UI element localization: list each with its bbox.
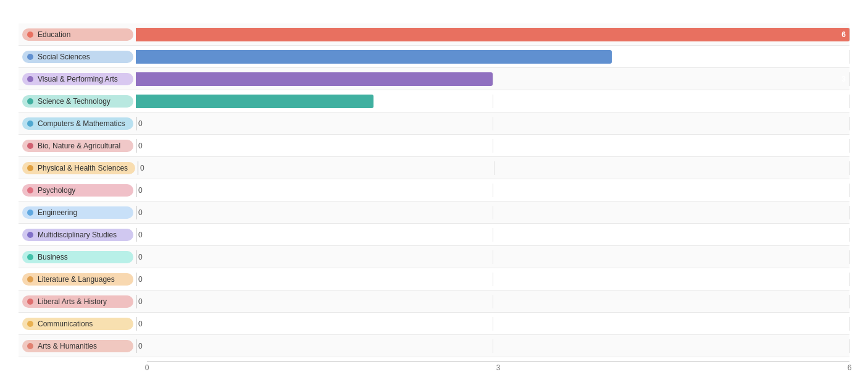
- label-pill: Social Sciences: [22, 51, 133, 63]
- bar-label: Communications: [38, 320, 93, 328]
- label-pill: Psychology: [22, 184, 133, 197]
- bar-value: 0: [138, 142, 143, 150]
- bar-row: Education6: [19, 23, 849, 46]
- pill-dot: [27, 343, 33, 349]
- bar-value: 3: [841, 75, 846, 83]
- bar-label: Social Sciences: [38, 53, 90, 61]
- pill-dot: [27, 121, 33, 127]
- bar-row: Computers & Mathematics0: [19, 112, 849, 135]
- bar-row: Liberal Arts & History0: [19, 290, 849, 313]
- label-pill: Bio, Nature & Agricultural: [22, 140, 133, 152]
- x-axis-tick: 0: [145, 363, 149, 372]
- bar-container: 0: [136, 250, 849, 264]
- pill-dot: [27, 76, 33, 82]
- bar-container: 4: [136, 50, 849, 64]
- chart-wrapper: Education6Social Sciences4Visual & Perfo…: [19, 12, 849, 378]
- bar-label: Visual & Performing Arts: [38, 75, 118, 83]
- bar-container: 0: [136, 273, 849, 286]
- bar-row: Visual & Performing Arts3: [19, 68, 849, 90]
- bar-value: 0: [138, 342, 143, 350]
- label-pill: Science & Technology: [22, 95, 133, 108]
- bar-row: Communications0: [19, 313, 849, 335]
- bar-value: 0: [138, 320, 143, 328]
- pill-dot: [27, 165, 33, 171]
- bar-value: 0: [138, 275, 143, 284]
- bar-label: Liberal Arts & History: [38, 297, 107, 306]
- label-pill: Computers & Mathematics: [22, 117, 133, 130]
- bar-label: Bio, Nature & Agricultural: [38, 142, 120, 150]
- bar-container: 0: [136, 206, 849, 219]
- bar-container: 0: [136, 295, 849, 308]
- label-pill: Communications: [22, 318, 133, 330]
- x-axis-tick: 6: [848, 363, 852, 372]
- pill-dot: [27, 187, 33, 193]
- label-pill: Physical & Health Sciences: [22, 162, 135, 174]
- pill-dot: [27, 54, 33, 60]
- x-axis-tick: 3: [496, 363, 501, 372]
- bar-label: Physical & Health Sciences: [38, 164, 128, 172]
- chart-area: Education6Social Sciences4Visual & Perfo…: [19, 23, 849, 357]
- bar-label: Arts & Humanities: [38, 342, 97, 350]
- bar-container: 0: [136, 339, 849, 353]
- bar-fill: [136, 28, 849, 41]
- bar-row: Psychology0: [19, 179, 849, 201]
- pill-dot: [27, 210, 33, 216]
- pill-dot: [27, 32, 33, 38]
- label-pill: Visual & Performing Arts: [22, 73, 133, 85]
- label-pill: Literature & Languages: [22, 273, 133, 286]
- label-pill: Arts & Humanities: [22, 340, 133, 352]
- bar-value: 0: [138, 208, 143, 217]
- label-pill: Business: [22, 251, 133, 263]
- bar-label: Multidisciplinary Studies: [38, 231, 117, 239]
- bar-label: Literature & Languages: [38, 275, 115, 284]
- bar-label: Business: [38, 253, 68, 261]
- bar-container: 0: [136, 184, 849, 197]
- bar-container: 0: [136, 317, 849, 331]
- pill-dot: [27, 143, 33, 149]
- pill-dot: [27, 299, 33, 305]
- label-pill: Multidisciplinary Studies: [22, 229, 133, 241]
- bar-label: Science & Technology: [38, 97, 111, 106]
- pill-dot: [27, 276, 33, 282]
- bar-container: 0: [136, 139, 849, 153]
- bar-container: 6: [136, 28, 849, 41]
- label-pill: Liberal Arts & History: [22, 295, 133, 308]
- label-pill: Education: [22, 28, 133, 41]
- bar-label: Computers & Mathematics: [38, 119, 125, 128]
- bar-fill: [136, 72, 493, 86]
- bar-value: 0: [138, 231, 143, 239]
- bar-value: 0: [138, 119, 143, 128]
- pill-dot: [27, 254, 33, 260]
- bar-value: 0: [138, 186, 143, 195]
- bar-row: Social Sciences4: [19, 46, 849, 68]
- bar-row: Engineering0: [19, 201, 849, 224]
- bar-value: 0: [140, 164, 144, 172]
- bar-row: Arts & Humanities0: [19, 335, 849, 357]
- bar-label: Engineering: [38, 208, 77, 217]
- bar-container: 2: [136, 95, 849, 108]
- bar-row: Business0: [19, 246, 849, 268]
- bar-container: 0: [136, 228, 849, 242]
- pill-dot: [27, 98, 33, 104]
- bar-container: 3: [136, 72, 849, 86]
- bar-row: Physical & Health Sciences0: [19, 157, 849, 179]
- bar-label: Psychology: [38, 186, 75, 195]
- bar-value: 0: [138, 297, 143, 306]
- pill-dot: [27, 232, 33, 238]
- bar-row: Bio, Nature & Agricultural0: [19, 135, 849, 157]
- bar-value: 4: [841, 53, 846, 61]
- bar-label: Education: [38, 30, 70, 39]
- pill-dot: [27, 321, 33, 327]
- label-pill: Engineering: [22, 206, 133, 219]
- bar-value: 6: [841, 30, 846, 39]
- bar-row: Literature & Languages0: [19, 268, 849, 290]
- x-axis: 036: [147, 361, 849, 378]
- bar-row: Science & Technology2: [19, 90, 849, 112]
- bar-fill: [136, 95, 373, 108]
- bar-value: 0: [138, 253, 143, 261]
- bar-fill: [136, 50, 612, 64]
- bar-container: 0: [136, 117, 849, 130]
- bar-container: 0: [138, 161, 849, 175]
- bar-value: 2: [841, 97, 846, 106]
- bar-row: Multidisciplinary Studies0: [19, 224, 849, 246]
